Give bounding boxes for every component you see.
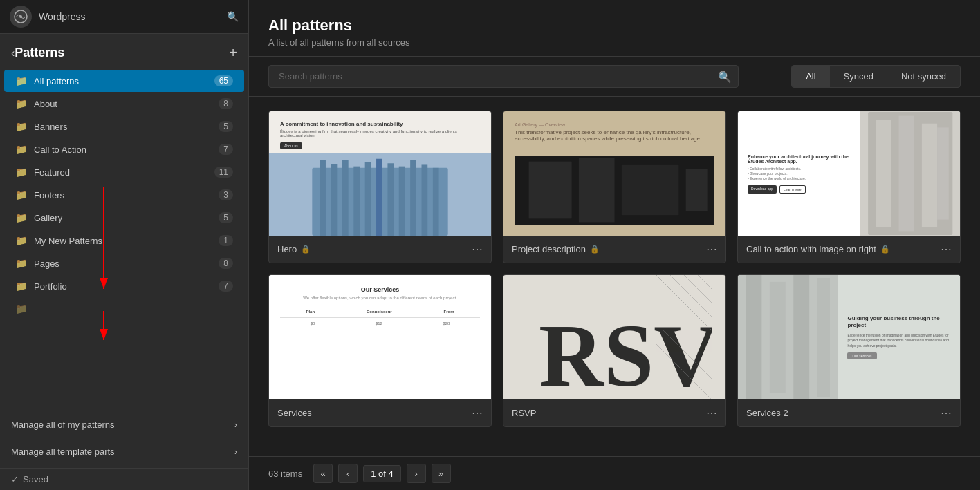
svg-rect-7 <box>320 160 326 236</box>
pagination-prev-button[interactable]: ‹ <box>338 464 358 483</box>
nav-label-my-new: My New Patterns <box>34 236 102 246</box>
lock-icon-cta: 🔒 <box>880 245 890 254</box>
manage-template-parts-link[interactable]: Manage all template parts › <box>0 438 248 465</box>
lock-icon: 🔒 <box>301 245 311 254</box>
pattern-name-cta: Call to action with image on right 🔒 <box>746 244 890 254</box>
sidebar-item-footers[interactable]: 📁 Footers 3 <box>4 184 244 206</box>
nav-label-portfolio: Portfolio <box>34 281 67 292</box>
sidebar-item-gallery[interactable]: 📁 Gallery 5 <box>4 207 244 229</box>
nav-count-cta: 7 <box>219 144 233 155</box>
checkmark-icon: ✓ <box>11 474 19 484</box>
add-pattern-button[interactable]: + <box>229 45 237 61</box>
search-input[interactable] <box>268 65 739 88</box>
manage-patterns-link[interactable]: Manage all of my patterns › <box>0 411 248 438</box>
svg-rect-9 <box>342 160 349 236</box>
pagination-next-button[interactable]: › <box>407 464 426 483</box>
nav-label-about: About <box>34 99 57 109</box>
search-icon[interactable]: 🔍 <box>227 11 239 22</box>
sidebar-header: ‹ Patterns + <box>0 34 248 66</box>
sidebar-item-portfolio[interactable]: 📁 Portfolio 7 <box>4 275 244 297</box>
pattern-name-hero: Hero 🔒 <box>277 244 311 254</box>
nav-count-my-new: 1 <box>219 235 233 246</box>
nav-count-about: 8 <box>219 98 233 109</box>
pagination-count: 63 items <box>268 469 302 479</box>
svg-rect-38 <box>746 275 761 399</box>
nav-label-featured: Featured <box>34 167 70 178</box>
pagination-first-button[interactable]: « <box>313 464 333 483</box>
filter-tab-not-synced[interactable]: Not synced <box>887 66 960 87</box>
more-options-proj[interactable]: ⋯ <box>706 243 717 256</box>
wp-logo[interactable] <box>10 6 32 28</box>
svg-rect-21 <box>622 165 679 215</box>
pattern-card-cta-right[interactable]: Enhance your architectural journey with … <box>737 111 961 263</box>
sidebar-item-banners[interactable]: 📁 Banners 5 <box>4 115 244 138</box>
folder-icon-featured: 📁 <box>15 167 27 178</box>
nav-label-cta: Call to Action <box>34 144 86 155</box>
pagination-current: 1 of 4 <box>363 465 401 482</box>
search-container: 🔍 <box>268 65 739 88</box>
more-options-services2[interactable]: ⋯ <box>941 406 952 420</box>
sidebar-item-pages[interactable]: 📁 Pages 8 <box>4 252 244 274</box>
search-icon[interactable]: 🔍 <box>718 70 732 83</box>
pattern-footer-rsvp: RSVP ⋯ <box>503 399 725 426</box>
saved-status: ✓ Saved <box>0 468 248 490</box>
more-options-services[interactable]: ⋯ <box>472 406 483 420</box>
pagination: 63 items « ‹ 1 of 4 › » <box>249 456 980 490</box>
svg-rect-26 <box>898 116 914 232</box>
svg-rect-28 <box>937 127 949 219</box>
svg-rect-8 <box>331 164 338 236</box>
top-bar: Wordpress 🔍 <box>0 0 248 34</box>
sidebar: Wordpress 🔍 ‹ Patterns + 📁 All patterns … <box>0 0 249 490</box>
chevron-right-icon: › <box>234 420 237 430</box>
sidebar-item-call-to-action[interactable]: 📁 Call to Action 7 <box>4 138 244 160</box>
sidebar-item-partial[interactable]: 📁 <box>4 298 244 320</box>
nav-label-all-patterns: All patterns <box>34 76 79 86</box>
sidebar-item-about[interactable]: 📁 About 8 <box>4 93 244 115</box>
nav-label-banners: Banners <box>34 122 67 132</box>
folder-icon-footers: 📁 <box>15 189 27 200</box>
pattern-footer-services2: Services 2 ⋯ <box>738 399 960 426</box>
sidebar-item-featured[interactable]: 📁 Featured 11 <box>4 161 244 183</box>
nav-label-footers: Footers <box>34 190 64 200</box>
nav-count-all-patterns: 65 <box>214 75 233 86</box>
folder-icon-about: 📁 <box>15 98 27 109</box>
pattern-card-hero[interactable]: A commitment to innovation and sustainab… <box>268 111 492 263</box>
svg-rect-19 <box>529 162 572 219</box>
svg-rect-15 <box>410 160 416 236</box>
patterns-grid: A commitment to innovation and sustainab… <box>249 97 980 456</box>
manage-patterns-label: Manage all of my patterns <box>11 420 115 430</box>
nav-count-banners: 5 <box>219 121 233 132</box>
svg-rect-17 <box>433 168 439 236</box>
sidebar-item-my-new-patterns[interactable]: 📁 My New Patterns 1 <box>4 229 244 252</box>
folder-icon-my-new: 📁 <box>15 235 27 246</box>
svg-rect-22 <box>686 169 708 211</box>
nav-count-pages: 8 <box>219 258 233 269</box>
pattern-card-project-desc[interactable]: Art Gallery — Overview This transformati… <box>503 111 726 263</box>
page-subtitle: A list of all patterns from all sources <box>268 37 961 48</box>
more-options-hero[interactable]: ⋯ <box>472 243 483 256</box>
pagination-last-button[interactable]: » <box>432 464 451 483</box>
folder-icon-banners: 📁 <box>15 121 27 132</box>
pattern-name-rsvp: RSVP <box>512 408 536 418</box>
more-options-rsvp[interactable]: ⋯ <box>706 406 717 420</box>
site-name: Wordpress <box>39 11 85 22</box>
folder-icon-portfolio: 📁 <box>15 281 27 292</box>
nav-count-featured: 11 <box>214 167 233 178</box>
filter-tab-all[interactable]: All <box>792 66 829 87</box>
main-toolbar: 🔍 All Synced Not synced <box>249 57 980 97</box>
pattern-footer-services: Services ⋯ <box>269 399 491 426</box>
pattern-card-services2[interactable]: Guiding your business through the projec… <box>737 274 961 427</box>
svg-rect-40 <box>793 275 809 399</box>
sidebar-item-all-patterns[interactable]: 📁 All patterns 65 <box>4 70 244 92</box>
pattern-card-services[interactable]: Our Services We offer flexible options, … <box>268 274 492 427</box>
svg-rect-25 <box>876 120 891 227</box>
lock-icon-proj: 🔒 <box>590 245 600 254</box>
main-content: All patterns A list of all patterns from… <box>249 0 980 490</box>
pattern-card-rsvp[interactable]: RSVP RSVP <box>503 274 726 427</box>
svg-rect-13 <box>387 163 394 236</box>
more-options-cta[interactable]: ⋯ <box>941 243 952 256</box>
filter-tab-synced[interactable]: Synced <box>830 66 887 87</box>
pattern-name-proj: Project description 🔒 <box>512 244 600 254</box>
nav-label-pages: Pages <box>34 258 59 269</box>
sidebar-title: Patterns <box>15 46 64 60</box>
